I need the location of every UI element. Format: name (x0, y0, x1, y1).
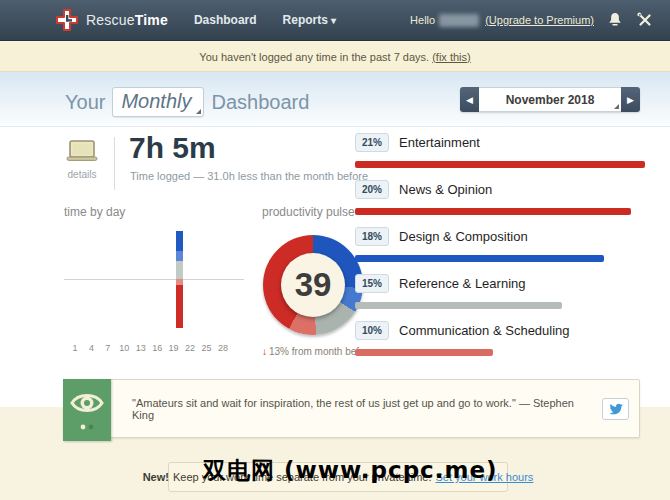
x-tick-label: 16 (150, 343, 164, 353)
main-panel: details 7h 5m Time logged — 31.0h less t… (0, 127, 670, 407)
quote-text: "Amateurs sit and wait for inspiration, … (132, 397, 590, 421)
productivity-pulse-label: productivity pulse (262, 205, 355, 219)
settings-tools-icon[interactable] (636, 11, 654, 29)
time-by-day-chart: 14710131619222528 (64, 225, 249, 360)
category-row[interactable]: 20%News & Opinion (355, 180, 645, 215)
x-tick-label: 19 (167, 343, 181, 353)
hello-label: Hello (410, 14, 435, 26)
category-row[interactable]: 18%Design & Composition (355, 227, 645, 262)
quote-eye-badge (63, 379, 111, 441)
brand-name: RescueTime (86, 12, 168, 28)
date-picker: ◀ November 2018 ▶ (460, 87, 640, 112)
nav-item-reports[interactable]: Reports▾ (283, 13, 336, 27)
chevron-down-icon: ▾ (331, 15, 336, 26)
x-tick-label: 28 (216, 343, 230, 353)
quote-content: "Amateurs sit and wait for inspiration, … (124, 380, 629, 437)
category-percent-badge: 18% (355, 227, 389, 246)
dropdown-caret-icon (614, 104, 619, 109)
fix-this-link[interactable]: (fix this) (432, 51, 471, 63)
pulse-score: 39 (295, 266, 332, 304)
prev-month-button[interactable]: ◀ (460, 87, 479, 112)
time-logged-value: 7h 5m (129, 131, 216, 165)
category-label: Communication & Scheduling (399, 323, 570, 338)
category-bar (355, 255, 604, 262)
month-display[interactable]: November 2018 (479, 87, 621, 112)
category-row[interactable]: 10%Communication & Scheduling (355, 321, 645, 356)
top-navbar: RescueTime Dashboard Reports▾ Hello (Upg… (0, 0, 670, 41)
x-tick-label: 13 (134, 343, 148, 353)
category-label: Design & Composition (399, 229, 528, 244)
category-bar (355, 302, 562, 309)
category-bar (355, 161, 645, 168)
month-value: November 2018 (506, 93, 595, 107)
bar-segment-very-distracting (176, 285, 183, 328)
footer-text: Keep your work time separate from your p… (173, 471, 432, 483)
footer-new-label: New! (143, 471, 169, 483)
bar-segment-productive (176, 251, 183, 261)
category-percent-badge: 15% (355, 274, 389, 293)
period-selector[interactable]: Monthly (112, 87, 204, 117)
category-percent-badge: 20% (355, 180, 389, 199)
x-tick-label: 4 (84, 343, 98, 353)
category-label: Entertainment (399, 135, 480, 150)
category-row[interactable]: 21%Entertainment (355, 133, 645, 168)
period-value: Monthly (121, 90, 191, 112)
alert-banner: You haven't logged any time in the past … (0, 42, 670, 72)
alert-text: You haven't logged any time in the past … (199, 51, 429, 63)
category-bar (355, 208, 631, 215)
title-dashboard: Dashboard (211, 91, 309, 114)
eye-icon (63, 379, 111, 441)
divider (114, 137, 115, 190)
bell-icon[interactable] (606, 11, 624, 29)
rescuetime-dashboard: RescueTime Dashboard Reports▾ Hello (Upg… (0, 0, 670, 500)
details-link[interactable]: details (60, 139, 104, 180)
time-logged-subtitle: Time logged — 31.0h less than the month … (130, 170, 368, 182)
category-label: News & Opinion (399, 182, 492, 197)
navbar-right: Hello (Upgrade to Premium) (410, 11, 654, 29)
quote-box: "Amateurs sit and wait for inspiration, … (63, 379, 640, 438)
donut-center: 39 (281, 253, 345, 317)
x-tick-label: 22 (183, 343, 197, 353)
tweet-button[interactable] (602, 398, 629, 420)
category-percent-badge: 21% (355, 133, 389, 152)
rescuetime-logo-icon[interactable] (55, 8, 79, 32)
x-tick-label: 25 (200, 343, 214, 353)
details-label: details (60, 169, 104, 180)
category-list: 21%Entertainment20%News & Opinion18%Desi… (355, 133, 645, 368)
down-arrow-icon: ↓ (262, 346, 267, 357)
next-month-button[interactable]: ▶ (621, 87, 640, 112)
footer-banner: New! Keep your work time separate from y… (168, 462, 508, 492)
x-tick-label: 7 (101, 343, 115, 353)
title-your: Your (65, 91, 105, 114)
upgrade-premium-link[interactable]: (Upgrade to Premium) (485, 14, 594, 26)
category-row[interactable]: 15%Reference & Learning (355, 274, 645, 309)
category-label: Reference & Learning (399, 276, 525, 291)
productivity-pulse-donut: 39 (263, 235, 363, 335)
x-axis-line (64, 279, 244, 280)
dropdown-caret-icon (196, 109, 201, 114)
page-title: Your Monthly Dashboard (65, 87, 309, 117)
category-percent-badge: 10% (355, 321, 389, 340)
category-bar (355, 349, 493, 356)
bar-segment-very-productive (176, 231, 183, 251)
nav-item-dashboard[interactable]: Dashboard (194, 13, 257, 27)
time-by-day-label: time by day (64, 205, 125, 219)
x-tick-label: 1 (68, 343, 82, 353)
dashboard-header: Your Monthly Dashboard ◀ November 2018 ▶ (0, 72, 670, 127)
bar-segment-neutral (176, 261, 183, 279)
set-work-hours-link[interactable]: Set your work hours (436, 471, 534, 483)
x-tick-label: 10 (117, 343, 131, 353)
twitter-bird-icon (609, 402, 623, 416)
username-blurred (439, 14, 479, 27)
laptop-icon (66, 139, 98, 163)
